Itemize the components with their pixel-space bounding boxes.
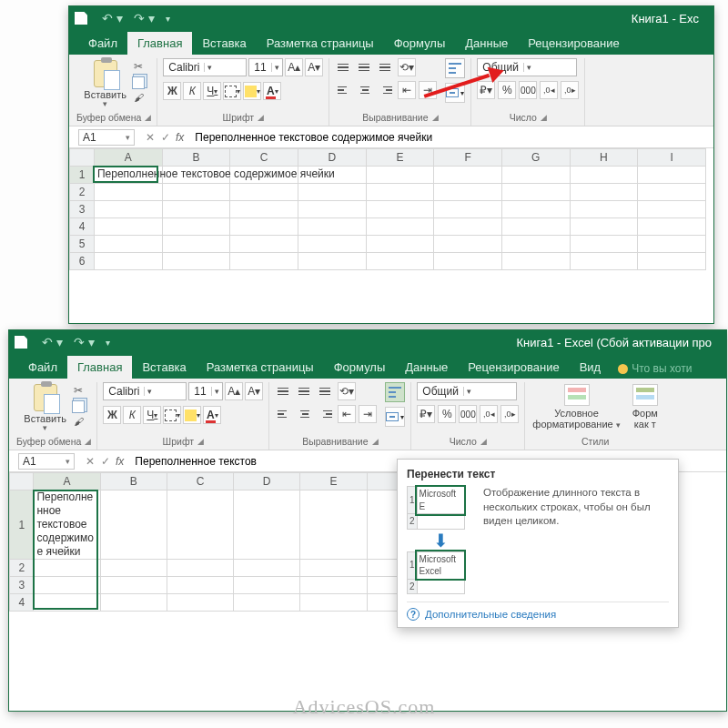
font-dialog-launcher[interactable]: ◢ [197,437,204,446]
number-format-combo[interactable]: Общий▾ [417,382,517,400]
align-top[interactable] [275,383,293,399]
decrease-indent[interactable]: ⇤ [338,405,356,423]
underline-button[interactable]: Ч ▾ [203,82,221,100]
shrink-font-button[interactable]: A▾ [305,58,323,76]
merge-center-button[interactable]: ▾ [385,407,405,427]
col-header[interactable]: B [100,473,167,490]
select-all-corner[interactable] [70,149,95,167]
paste-button[interactable]: Вставить▾ [82,58,128,111]
wrap-text-button[interactable] [445,58,465,78]
tab-data[interactable]: Данные [395,356,458,379]
save-icon[interactable] [15,336,27,349]
align-middle[interactable] [296,383,314,399]
tab-insert[interactable]: Вставка [132,356,196,379]
accounting-format[interactable]: ₽▾ [477,81,495,99]
row-header[interactable]: 2 [70,184,95,201]
border-button[interactable]: ▾ [223,82,241,100]
cell[interactable]: Переполненное текстовое содержимое ячейк… [34,490,100,560]
tab-review[interactable]: Рецензирование [458,356,569,379]
name-box[interactable]: A1▾ [18,453,75,470]
tab-formulas[interactable]: Формулы [384,32,456,55]
tab-home[interactable]: Главная [67,356,132,379]
orientation-button[interactable]: ⟲▾ [338,382,356,400]
font-size-combo[interactable]: 11▾ [188,382,223,400]
cancel-formula-icon[interactable]: ✕ [84,455,96,468]
clipboard-dialog-launcher[interactable]: ◢ [145,113,151,122]
orientation-button[interactable]: ⟲▾ [398,58,416,76]
percent-format[interactable]: % [438,405,456,423]
qat-customize[interactable]: ▾ [160,14,176,24]
select-all-corner[interactable] [10,473,34,490]
redo-button[interactable]: ↷ ▾ [68,335,100,349]
decrease-indent[interactable]: ⇤ [398,81,416,99]
grow-font-button[interactable]: A▴ [285,58,303,76]
tab-view[interactable]: Вид [570,356,612,379]
fill-color-button[interactable]: ▾ [183,406,201,424]
italic-button[interactable]: К [123,406,141,424]
align-center[interactable] [356,82,374,98]
tab-pagelayout[interactable]: Разметка страницы [257,32,384,55]
align-right[interactable] [377,82,395,98]
row-header[interactable]: 2 [10,560,34,577]
enter-formula-icon[interactable]: ✓ [159,131,172,144]
font-size-combo[interactable]: 11▾ [248,58,283,76]
col-header[interactable]: H [570,149,638,167]
format-as-table-button[interactable]: Форм как т [631,382,660,431]
enter-formula-icon[interactable]: ✓ [99,455,112,468]
redo-button[interactable]: ↷ ▾ [128,11,160,25]
col-header[interactable]: C [230,149,298,167]
col-header[interactable]: A [34,473,100,490]
col-header[interactable]: I [638,149,706,167]
fx-icon[interactable]: fх [176,131,189,144]
copy-icon[interactable] [131,76,146,88]
cut-icon[interactable] [131,60,146,73]
name-box[interactable]: A1▾ [78,129,135,146]
font-name-combo[interactable]: Calibri▾ [103,382,187,400]
col-header[interactable]: F [434,149,502,167]
cell[interactable]: Переполненное текстовое содержимое ячейк… [94,167,162,184]
decrease-decimal[interactable]: ,0▸ [500,405,519,423]
increase-indent[interactable]: ⇥ [359,405,377,423]
grow-font-button[interactable]: A▴ [225,382,243,400]
clipboard-dialog-launcher[interactable]: ◢ [85,437,91,446]
conditional-formatting-button[interactable]: Условное форматирование ▾ [531,382,622,432]
tab-file[interactable]: Файл [78,32,127,55]
fx-icon[interactable]: fх [116,455,129,468]
row-header[interactable]: 1 [70,167,95,184]
align-left[interactable] [275,406,293,422]
border-button[interactable]: ▾ [163,406,181,424]
align-center[interactable] [296,406,314,422]
align-top[interactable] [335,59,353,76]
tell-me-search[interactable]: Что вы хоти [611,359,699,379]
tab-pagelayout[interactable]: Разметка страницы [197,356,324,379]
cut-icon[interactable] [71,384,86,397]
bold-button[interactable]: Ж [103,406,121,424]
worksheet-grid[interactable]: A B C D E F G H I 1 Переполненное тексто… [69,148,713,285]
tab-review[interactable]: Рецензирование [518,32,629,55]
align-right[interactable] [317,406,335,422]
font-color-button[interactable]: A▾ [263,82,281,100]
col-header[interactable]: G [501,149,570,167]
fill-color-button[interactable]: ▾ [243,82,261,100]
tab-insert[interactable]: Вставка [192,32,256,55]
align-bottom[interactable] [377,59,395,76]
col-header[interactable]: C [167,473,233,490]
increase-indent[interactable]: ⇥ [419,81,437,99]
undo-button[interactable]: ↶ ▾ [96,11,128,25]
font-color-button[interactable]: A▾ [203,406,221,424]
col-header[interactable]: E [366,149,434,167]
tab-home[interactable]: Главная [127,32,192,55]
decrease-decimal[interactable]: ,0▸ [561,81,579,99]
col-header[interactable]: A [94,149,162,167]
undo-button[interactable]: ↶ ▾ [36,335,68,349]
font-dialog-launcher[interactable]: ◢ [258,113,264,122]
row-header[interactable]: 6 [70,253,95,270]
number-dialog-launcher[interactable]: ◢ [480,437,487,446]
row-header[interactable]: 3 [70,201,95,218]
col-header[interactable]: B [162,149,230,167]
underline-button[interactable]: Ч ▾ [143,406,161,424]
qat-customize[interactable]: ▾ [100,338,116,348]
copy-icon[interactable] [71,399,86,412]
wrap-text-button[interactable] [385,382,405,402]
save-icon[interactable] [75,12,87,25]
